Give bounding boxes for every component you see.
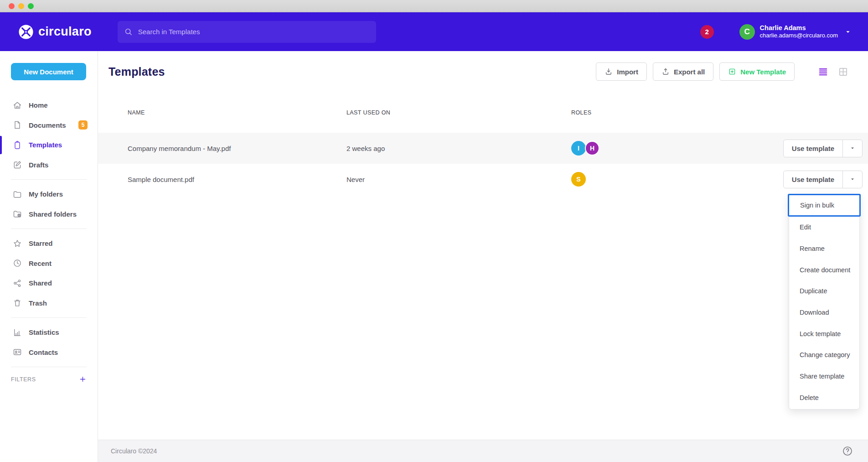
plus-square-icon xyxy=(728,67,736,76)
export-all-button-label: Export all xyxy=(674,68,705,76)
notification-badge[interactable]: 2 xyxy=(700,25,714,39)
table-row[interactable]: Company memorandum - May.pdf 2 weeks ago… xyxy=(98,133,868,164)
maximize-window-button[interactable] xyxy=(28,3,34,9)
search-bar[interactable] xyxy=(118,21,376,43)
sidebar-item-label: Templates xyxy=(29,141,62,149)
sidebar-divider xyxy=(11,228,87,229)
contact-card-icon xyxy=(13,348,22,357)
sidebar-item-home[interactable]: Home xyxy=(0,95,98,115)
column-header-last-used: LAST USED ON xyxy=(346,109,571,116)
view-toggle xyxy=(808,67,848,77)
use-template-button[interactable]: Use template xyxy=(784,140,842,157)
sidebar-divider xyxy=(11,179,87,180)
shared-folder-icon xyxy=(13,209,22,218)
plus-icon xyxy=(79,375,87,383)
documents-count-badge: 5 xyxy=(78,120,88,130)
filters-label: FILTERS xyxy=(11,376,36,383)
sidebar-item-templates[interactable]: Templates xyxy=(0,135,98,155)
sidebar-item-drafts[interactable]: Drafts xyxy=(0,155,98,175)
menu-item-create-document[interactable]: Create document xyxy=(789,259,859,280)
menu-item-sign-in-bulk[interactable]: Sign in bulk xyxy=(788,194,861,217)
add-filter-button[interactable] xyxy=(79,375,87,383)
menu-item-edit[interactable]: Edit xyxy=(789,217,859,238)
menu-item-download[interactable]: Download xyxy=(789,302,859,323)
search-input[interactable] xyxy=(138,28,370,36)
trash-icon xyxy=(13,298,22,307)
template-last-used: Never xyxy=(346,176,571,183)
use-template-button[interactable]: Use template xyxy=(784,171,842,188)
sidebar-item-shared[interactable]: Shared xyxy=(0,273,98,293)
sidebar-item-documents[interactable]: Documents 5 xyxy=(0,115,98,135)
draft-icon xyxy=(13,160,22,169)
new-template-button-label: New Template xyxy=(740,68,786,76)
new-template-button[interactable]: New Template xyxy=(719,62,795,81)
circularo-logo-icon xyxy=(18,24,34,40)
use-template-split-button: Use template xyxy=(783,140,863,157)
new-document-button[interactable]: New Document xyxy=(11,63,86,80)
table-row[interactable]: Sample document.pdf Never S Use template xyxy=(98,164,868,195)
folder-icon xyxy=(13,190,22,199)
sidebar-item-contacts[interactable]: Contacts xyxy=(0,343,98,363)
header-right-cluster: 2 C Charlie Adams charlie.adams@circular… xyxy=(700,24,852,39)
use-template-dropdown-button[interactable] xyxy=(842,171,862,188)
sidebar-item-label: Home xyxy=(29,101,48,109)
document-icon xyxy=(13,120,22,130)
sidebar-item-label: Contacts xyxy=(29,348,58,356)
role-avatar[interactable]: I xyxy=(571,141,586,156)
window-titlebar xyxy=(0,0,868,12)
user-email: charlie.adams@circularo.com xyxy=(760,32,838,39)
template-name: Company memorandum - May.pdf xyxy=(128,145,346,152)
sidebar-item-starred[interactable]: Starred xyxy=(0,234,98,254)
chevron-down-icon xyxy=(844,28,852,36)
menu-item-delete[interactable]: Delete xyxy=(789,387,859,409)
template-actions-menu: Sign in bulk Edit Rename Create document… xyxy=(789,194,860,410)
role-avatar[interactable]: H xyxy=(585,141,599,156)
sidebar-nav: Home Documents 5 Templates xyxy=(0,95,98,383)
close-window-button[interactable] xyxy=(9,3,15,9)
menu-item-share-template[interactable]: Share template xyxy=(789,366,859,387)
user-text: Charlie Adams charlie.adams@circularo.co… xyxy=(760,24,838,39)
use-template-dropdown-button[interactable] xyxy=(842,140,862,157)
sidebar-item-shared-folders[interactable]: Shared folders xyxy=(0,204,98,224)
bar-chart-icon xyxy=(13,328,22,337)
user-menu[interactable]: C Charlie Adams charlie.adams@circularo.… xyxy=(739,24,852,39)
menu-item-lock-template[interactable]: Lock template xyxy=(789,323,859,344)
sidebar-item-trash[interactable]: Trash xyxy=(0,293,98,313)
grid-view-button[interactable] xyxy=(838,67,848,77)
sidebar-item-my-folders[interactable]: My folders xyxy=(0,184,98,204)
table-header-row: NAME LAST USED ON ROLES xyxy=(98,104,868,122)
sidebar-item-label: My folders xyxy=(29,190,63,198)
menu-item-change-category[interactable]: Change category xyxy=(789,344,859,366)
menu-item-rename[interactable]: Rename xyxy=(789,238,859,260)
sidebar-item-label: Documents xyxy=(29,121,66,129)
sidebar-divider xyxy=(11,317,87,318)
import-button[interactable]: Import xyxy=(596,62,647,81)
sidebar-item-label: Statistics xyxy=(29,328,59,336)
list-view-button[interactable] xyxy=(818,67,828,77)
sidebar-item-label: Shared folders xyxy=(29,210,77,218)
home-icon xyxy=(13,101,22,110)
column-header-name: NAME xyxy=(128,109,346,116)
sidebar: New Document Home Documents 5 Templat xyxy=(0,51,98,462)
menu-item-duplicate[interactable]: Duplicate xyxy=(789,280,859,302)
help-button[interactable] xyxy=(842,446,853,457)
copyright-text: Circularo ©2024 xyxy=(111,447,157,455)
share-icon xyxy=(13,279,22,288)
use-template-split-button: Use template xyxy=(783,171,863,188)
export-icon xyxy=(661,67,670,76)
sidebar-item-label: Starred xyxy=(29,239,53,247)
sidebar-item-label: Recent xyxy=(29,260,52,267)
minimize-window-button[interactable] xyxy=(18,3,24,9)
caret-down-icon xyxy=(849,145,856,151)
caret-down-icon xyxy=(849,176,856,182)
sidebar-item-label: Drafts xyxy=(29,161,48,169)
toolbar-actions: Import Export all New Template xyxy=(590,62,848,81)
sidebar-divider xyxy=(11,367,87,367)
export-all-button[interactable]: Export all xyxy=(653,62,713,81)
sidebar-item-recent[interactable]: Recent xyxy=(0,254,98,274)
sidebar-item-statistics[interactable]: Statistics xyxy=(0,322,98,343)
import-button-label: Import xyxy=(617,68,638,76)
role-avatar[interactable]: S xyxy=(571,172,586,187)
page-toolbar: Templates Import Export all xyxy=(108,62,848,81)
list-view-icon xyxy=(818,67,828,77)
